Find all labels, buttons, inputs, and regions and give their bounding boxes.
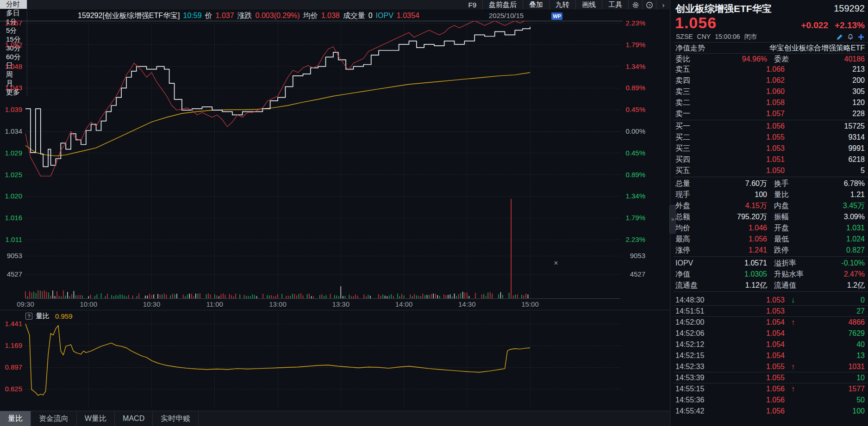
transaction-row[interactable]: 14:52:061.0547629 [675,328,865,339]
transaction-row[interactable]: 14:52:331.055↑1031 [675,361,865,372]
ask-row-2[interactable]: 卖二1.058120 [675,97,865,108]
help-icon[interactable]: ? [643,0,656,10]
stats-row[interactable]: 涨停1.241跌停0.827 [675,245,865,256]
transaction-volume: 1031 [848,361,865,372]
toolbar-item-分时[interactable]: 分时 [0,0,27,9]
transaction-row[interactable]: 14:52:151.05413 [675,350,865,361]
toolbar-item-画线[interactable]: 画线 [576,0,602,10]
transaction-row[interactable]: 14:52:121.05440 [675,339,865,350]
toolbar-item-盘前盘后[interactable]: 盘前盘后 [483,0,523,10]
volume-bar [343,296,343,298]
level-volume: 213 [852,64,865,75]
indicator-tab-W量比[interactable]: W量比 [77,411,115,426]
percent-axis-label: 2.23% [623,19,645,27]
volume-bar [132,296,133,298]
volume-bar [277,294,278,298]
stats-nav-divider [674,256,868,257]
volume-bar [267,295,268,298]
stats-row[interactable]: 均价1.046开盘1.031 [675,222,865,234]
volume-bar [27,296,28,298]
field-label: 量比 [774,189,789,200]
volume-bar [151,295,152,298]
volume-bar [210,295,211,298]
nav-stats-row[interactable]: 流通盘1.12亿流通值1.2亿 [675,280,865,291]
transaction-price: 1.056 [766,395,785,406]
stats-row[interactable]: 现手100量比1.21 [675,189,865,200]
ask-row-3[interactable]: 卖三1.060305 [675,86,865,97]
intraday-price-chart[interactable] [0,21,623,310]
volume-bar [42,291,43,298]
indicator-tab-bar: 量比资金流向W量比MACD实时申赎 [0,411,670,426]
nav-stats-row[interactable]: 净值1.0305升贴水率2.47% [675,269,865,280]
transaction-price: 1.055 [766,361,785,372]
stats-row[interactable]: 最高1.056最低1.024 [675,234,865,245]
volume-axis-label: 9053 [0,252,22,260]
volume-ratio-chart[interactable] [0,310,623,411]
volume-bar [460,293,461,298]
level-label: 买二 [675,132,690,143]
volume-bar [219,296,219,298]
nav-stats-row[interactable]: IOPV1.0571溢折率-0.10% [675,258,865,269]
transaction-row[interactable]: 14:51:511.05327 [675,306,865,317]
field-label: 开盘 [774,222,789,234]
transaction-price: 1.055 [766,372,785,383]
edit-pencil-icon[interactable] [836,33,843,41]
transactions-divider [674,291,868,292]
indicator-tab-MACD[interactable]: MACD [115,411,153,426]
stats-row[interactable]: 外盘4.15万内盘3.45万 [675,200,865,211]
close-subchart-icon[interactable]: × [552,259,560,267]
percent-axis-label: 0.00% [623,127,645,136]
ask-row-1[interactable]: 卖一1.057228 [675,108,865,119]
stats-row[interactable]: 总额795.20万振幅3.09% [675,211,865,222]
time-axis-label: 14:30 [453,300,481,308]
volume-bar [296,296,297,298]
volume-bar [221,294,222,298]
transaction-time: 14:52:00 [675,317,704,328]
transaction-volume: 4866 [848,317,865,328]
alert-bell-icon[interactable] [847,33,854,41]
field-value: 1.024 [846,234,865,245]
volume-axis-label: 4527 [0,270,22,278]
percent-axis-label: 1.34% [623,62,645,71]
toolbar-item-九转[interactable]: 九转 [550,0,576,10]
transaction-row[interactable]: 14:55:151.056↑1577 [675,383,865,395]
bid-row-2[interactable]: 买二1.0559314 [675,132,865,143]
bid-row-1[interactable]: 买一1.05615725 [675,121,865,132]
transaction-row[interactable]: 14:48:301.053↓0 [675,295,865,306]
field-label: 均价 [675,222,690,234]
indicator-tab-实时申赎[interactable]: 实时申赎 [153,411,199,426]
volume-bar [366,296,367,298]
volume-bar [446,295,447,298]
volume-bar [452,296,453,298]
add-plus-icon[interactable] [857,33,865,41]
commission-ratio-row[interactable]: 委比94.96%委差40186 [675,54,865,65]
field-label: 换手 [774,178,789,189]
volume-bar [254,295,255,298]
bid-row-5[interactable]: 买五1.0505 [675,165,865,176]
settings-gear-icon[interactable] [629,0,643,10]
toolbar-item-F9[interactable]: F9 [462,0,483,10]
nav-trend-row[interactable]: 净值走势华宝创业板综合增强策略ETF [675,43,865,54]
panel-expander-handle[interactable]: » [669,205,676,234]
volume-bar [517,295,518,298]
bid-row-3[interactable]: 买三1.0539991 [675,143,865,154]
transaction-row[interactable]: 14:52:001.054↑4866 [675,317,865,328]
toolbar-item-叠加[interactable]: 叠加 [523,0,550,10]
indicator-tab-资金流向[interactable]: 资金流向 [31,411,77,426]
transaction-row[interactable]: 14:53:391.05510 [675,372,865,383]
transaction-row[interactable]: 14:55:361.05650 [675,395,865,406]
stats-row[interactable]: 总量7.60万换手6.78% [675,178,865,189]
bid-row-4[interactable]: 买四1.0516218 [675,154,865,165]
indicator-tab-量比[interactable]: 量比 [0,411,31,426]
field-value: 0.827 [846,245,865,256]
toolbar-item-工具[interactable]: 工具 [602,0,629,10]
ask-row-5[interactable]: 卖五1.066213 [675,64,865,75]
chevron-right-icon[interactable]: › [656,0,670,10]
ask-row-4[interactable]: 卖四1.062200 [675,75,865,86]
price-axis-label: 1.057 [0,19,22,27]
transaction-row[interactable]: 14:55:421.056100 [675,406,865,417]
volume-bar [164,294,165,298]
volume-bar [55,296,56,298]
transaction-time: 14:52:12 [675,339,704,350]
orderbook-stats-divider [674,177,868,177]
